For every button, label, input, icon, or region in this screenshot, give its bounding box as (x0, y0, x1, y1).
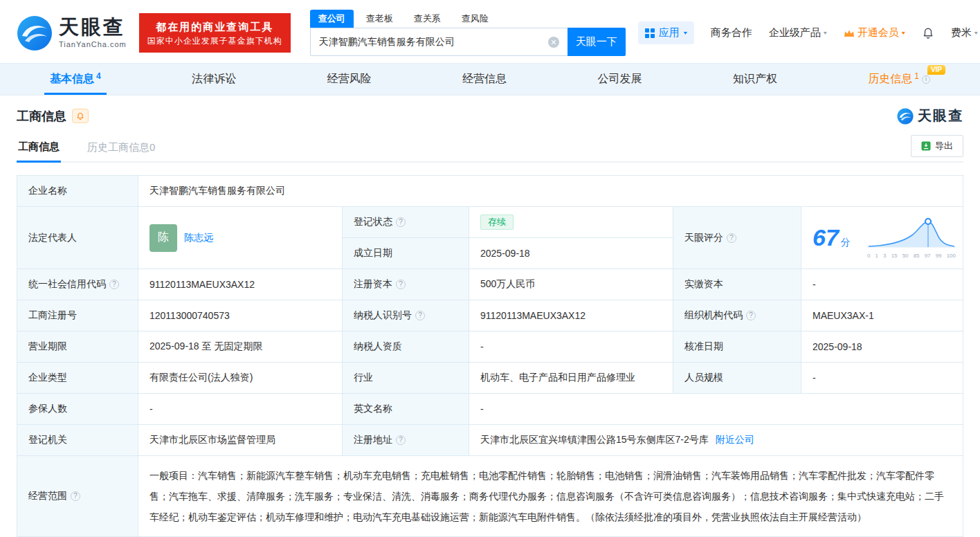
label-legal-representative: 法定代表人 (17, 207, 138, 269)
legal-rep-link[interactable]: 陈志远 (184, 232, 213, 244)
value-industry: 机动车、电子产品和日用产品修理业 (469, 363, 673, 394)
company-nav-tabs: 基本信息 4 法律诉讼 经营风险 经营信息 公司发展 知识产权 VIP 历史信息… (0, 63, 980, 95)
label-staff-size: 人员规模 (673, 363, 801, 394)
label-registered-capital: 注册资本? (343, 269, 469, 300)
header-nav: 应用 ▾ 商务合作 企业级产品 ▾ 开通会员 ▾ 费米 ▾ (638, 21, 978, 44)
username: 费米 (951, 26, 972, 39)
chevron-down-icon: ▾ (824, 30, 827, 36)
label-registered-address: 注册地址? (343, 425, 469, 456)
enterprise-label: 企业级产品 (769, 26, 821, 39)
cooperation-label: 商务合作 (711, 26, 752, 39)
score-distribution-chart: 013 155085 9799100 (866, 217, 957, 259)
user-menu[interactable]: 费米 ▾ (951, 26, 978, 39)
value-english-name: - (469, 394, 963, 425)
apps-label: 应用 (659, 26, 680, 39)
nav-cooperation[interactable]: 商务合作 (711, 26, 752, 39)
watermark-logo: 天眼查 (897, 107, 963, 125)
search-tab-company[interactable]: 查公司 (310, 10, 354, 28)
help-icon[interactable]: ? (109, 280, 119, 289)
promo-line-1: 都在用的商业查询工具 (147, 19, 282, 35)
clear-icon[interactable]: ✕ (548, 37, 559, 48)
info-icon[interactable]: i (922, 75, 930, 84)
score-unit: 分 (841, 237, 851, 249)
tianyancha-logo-icon (17, 15, 53, 51)
search-input[interactable] (311, 37, 548, 48)
business-info-table: 企业名称 天津智鹏汽车销售服务有限公司 法定代表人 陈 陈志远 登记状态? 存续… (17, 175, 963, 537)
top-header: 天眼查 TianYanCha.com 都在用的商业查询工具 国家中小企业发展子基… (0, 0, 980, 63)
label-establish-date: 成立日期 (343, 238, 469, 269)
subtab-history-business-info[interactable]: 历史工商信息0 (86, 134, 156, 161)
tianyancha-watermark-icon (897, 108, 914, 125)
value-organization-code: MAEUX3AX-1 (801, 300, 963, 331)
search-tab-boss[interactable]: 查老板 (358, 10, 401, 28)
section-title: 工商信息 (17, 108, 66, 125)
value-credit-code: 91120113MAEUX3AX12 (138, 269, 343, 300)
score-number: 67 (813, 224, 839, 251)
tab-operating-info[interactable]: 经营信息 (457, 64, 512, 95)
help-icon[interactable]: ? (396, 280, 406, 289)
help-icon[interactable]: ? (415, 311, 425, 320)
help-icon[interactable]: ? (727, 233, 736, 243)
search-button[interactable]: 天眼一下 (568, 28, 626, 56)
subscribe-bell-icon[interactable] (72, 109, 89, 123)
nav-enterprise-products[interactable]: 企业级产品 ▾ (769, 26, 827, 39)
apps-grid-icon (645, 28, 655, 38)
value-registered-capital: 500万人民币 (469, 269, 673, 300)
tab-history-info-label: 历史信息 (868, 72, 912, 87)
value-taxpayer-quality: - (469, 331, 673, 363)
help-icon[interactable]: ? (396, 217, 406, 227)
tab-operating-info-label: 经营信息 (462, 72, 507, 87)
status-badge: 存续 (480, 215, 514, 230)
tab-history-info-count: 1 (914, 71, 919, 81)
label-approval-date: 核准日期 (673, 331, 801, 363)
apps-menu[interactable]: 应用 ▾ (638, 21, 694, 44)
label-taxpayer-quality: 纳税人资质 (343, 331, 469, 363)
label-credit-code: 统一社会信用代码? (17, 269, 138, 300)
value-business-term: 2025-09-18 至 无固定期限 (138, 331, 343, 363)
help-icon[interactable]: ? (746, 311, 756, 320)
nearby-companies-link[interactable]: 附近公司 (716, 434, 754, 446)
help-icon[interactable]: ? (396, 435, 406, 445)
tab-operating-risk[interactable]: 经营风险 (322, 64, 377, 95)
search-tab-risk[interactable]: 查风险 (453, 10, 497, 28)
value-registered-address: 天津市北辰区宜兴埠镇津围公路15号东侧库区7-2号库 附近公司 (469, 425, 963, 456)
tab-basic-info[interactable]: 基本信息 4 (44, 64, 107, 95)
value-business-scope: 一般项目：汽车销售；新能源汽车整车销售；机动车充电销售；充电桩销售；电池零配件销… (138, 456, 963, 537)
value-legal-representative: 陈 陈志远 (138, 207, 343, 269)
export-button[interactable]: 导出 (911, 135, 963, 157)
label-tianyan-score: 天眼评分? (673, 207, 801, 269)
search-input-wrap: ✕ (310, 28, 568, 56)
export-excel-icon (921, 141, 931, 151)
notifications-bell[interactable] (922, 27, 934, 39)
label-business-scope: 经营范围? (17, 456, 138, 537)
brand-name: 天眼查 (59, 17, 127, 37)
value-paid-capital: - (801, 269, 963, 300)
promo-banner: 都在用的商业查询工具 国家中小企业发展子基金旗下机构 (139, 13, 291, 53)
nav-open-vip[interactable]: 开通会员 ▾ (844, 26, 905, 39)
label-industry: 行业 (343, 363, 469, 394)
tab-basic-info-label: 基本信息 (50, 72, 94, 87)
brand-domain: TianYanCha.com (59, 40, 127, 48)
label-business-term: 营业期限 (17, 331, 138, 363)
tab-company-development[interactable]: 公司发展 (592, 64, 647, 95)
label-company-type: 企业类型 (17, 363, 138, 394)
tianyancha-logo[interactable]: 天眼查 TianYanCha.com (17, 15, 127, 51)
crown-icon (844, 29, 855, 37)
label-paid-capital: 实缴资本 (673, 269, 801, 300)
tab-history-info[interactable]: VIP 历史信息 1 i (862, 64, 936, 95)
export-label: 导出 (935, 140, 953, 152)
search-tabs: 查公司 查老板 查关系 查风险 (310, 10, 626, 28)
label-organization-code: 组织机构代码? (673, 300, 801, 331)
tab-intellectual-property[interactable]: 知识产权 (727, 64, 783, 95)
value-registration-status: 存续 (469, 207, 673, 238)
subtab-business-info[interactable]: 工商信息 (17, 134, 61, 163)
search-tab-relation[interactable]: 查关系 (406, 10, 449, 28)
help-icon[interactable]: ? (71, 491, 80, 501)
vip-badge: VIP (927, 65, 945, 75)
legal-rep-avatar[interactable]: 陈 (149, 224, 177, 252)
value-registration-number: 120113000740573 (138, 300, 343, 331)
label-registration-authority: 登记机关 (17, 425, 138, 456)
vip-label: 开通会员 (858, 26, 899, 39)
tab-legal[interactable]: 法律诉讼 (186, 64, 242, 95)
label-company-name: 企业名称 (17, 176, 138, 207)
